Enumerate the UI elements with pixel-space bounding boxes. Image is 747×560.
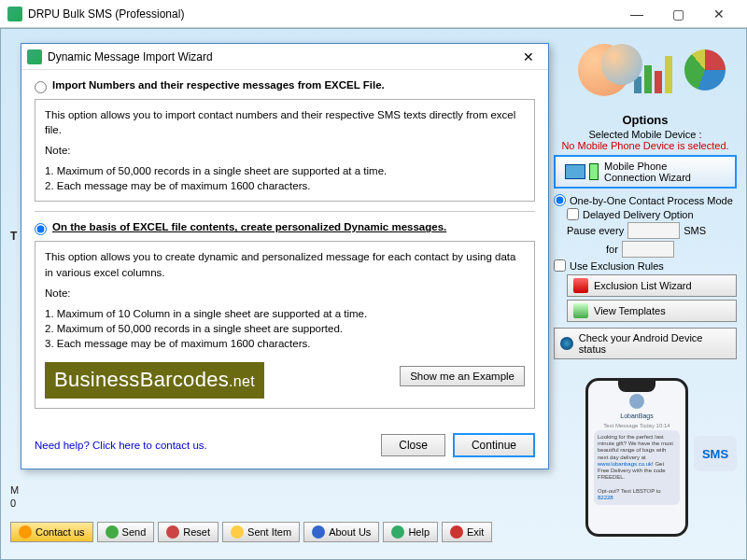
delayed-delivery-checkbox[interactable] xyxy=(567,208,579,220)
option-1-note-1: 1. Maximum of 50,000 records in a single… xyxy=(45,163,525,178)
option-1-head[interactable]: Import Numbers and their respective mess… xyxy=(35,79,535,93)
option-2-radio[interactable] xyxy=(35,223,47,235)
modal-titlebar: Dynamic Message Import Wizard ✕ xyxy=(21,44,548,70)
send-button[interactable]: Send xyxy=(97,522,155,542)
main-titlebar: DRPU Bulk SMS (Professional) — ▢ ✕ xyxy=(0,0,747,28)
help-button[interactable]: Help xyxy=(383,522,438,542)
for-label: for xyxy=(606,244,618,255)
divider xyxy=(35,211,535,212)
show-example-button[interactable]: Show me an Example xyxy=(400,366,525,386)
android-status-button[interactable]: Check your Android Device status xyxy=(554,328,737,359)
process-mode-radio[interactable] xyxy=(554,194,566,206)
option-2-note-2: 2. Maximum of 50,000 records in a single… xyxy=(45,321,525,336)
option-1-box: This option allows you to import contact… xyxy=(35,99,535,202)
bottom-toolbar: Contact us Send Reset Sent Item About Us… xyxy=(10,522,492,542)
left-edge-zero: 0 xyxy=(10,497,16,509)
left-edge-t: T xyxy=(10,230,17,243)
selected-device-label: Selected Mobile Device : xyxy=(554,129,737,140)
help-icon xyxy=(391,525,404,539)
continue-button[interactable]: Continue xyxy=(453,433,535,457)
exit-button[interactable]: Exit xyxy=(442,522,492,542)
exclusion-checkbox[interactable] xyxy=(554,259,566,272)
sent-icon xyxy=(231,525,244,539)
header-graphics xyxy=(578,33,737,107)
option-2-box: This option allows you to create dynamic… xyxy=(35,241,535,408)
process-mode-label: One-by-One Contact Process Mode xyxy=(570,195,733,206)
app-icon xyxy=(7,7,22,21)
view-templates-button[interactable]: View Templates xyxy=(567,300,737,322)
about-icon xyxy=(312,525,325,539)
connection-wizard-icon xyxy=(559,159,604,185)
pause-unit: SMS xyxy=(684,225,706,236)
selected-device-value: No Mobile Phone Device is selected. xyxy=(554,140,737,151)
contact-avatar-icon xyxy=(629,394,644,409)
delayed-delivery-row[interactable]: Delayed Delivery Option xyxy=(554,208,737,220)
modal-footer: Need help? Click here to contact us. Clo… xyxy=(21,426,548,469)
process-mode-row[interactable]: One-by-One Contact Process Mode xyxy=(554,194,737,206)
sent-item-button[interactable]: Sent Item xyxy=(222,522,300,542)
reset-button[interactable]: Reset xyxy=(158,522,218,542)
connection-wizard-button[interactable]: Mobile Phone Connection Wizard xyxy=(554,155,737,189)
option-1-label: Import Numbers and their respective mess… xyxy=(52,79,385,91)
maximize-button[interactable]: ▢ xyxy=(657,1,698,27)
for-row: for xyxy=(554,241,737,258)
about-us-button[interactable]: About Us xyxy=(303,522,379,542)
close-window-button[interactable]: ✕ xyxy=(698,1,740,27)
contact-name: LobanBags xyxy=(588,413,685,419)
help-link[interactable]: Need help? Click here to contact us. xyxy=(35,440,374,451)
pause-count-dropdown[interactable] xyxy=(627,222,680,239)
connection-wizard-label: Mobile Phone Connection Wizard xyxy=(604,161,691,183)
sms-bubble: Looking for the perfect last minute gift… xyxy=(594,430,680,505)
reset-icon xyxy=(166,525,179,539)
option-1-desc: This option allows you to import contact… xyxy=(45,107,525,137)
send-icon xyxy=(106,525,119,539)
option-2-note-3: 3. Each message may be of maximum 1600 c… xyxy=(45,336,525,351)
modal-icon xyxy=(27,49,42,64)
option-2-note-title: Note: xyxy=(45,286,525,301)
phone-preview: LobanBags Text Message Today 10:14 Looki… xyxy=(585,378,688,537)
option-1-group: Import Numbers and their respective mess… xyxy=(35,79,535,202)
option-1-radio[interactable] xyxy=(35,81,47,93)
delayed-delivery-label: Delayed Delivery Option xyxy=(583,209,694,220)
close-button[interactable]: Close xyxy=(381,434,445,456)
exit-icon xyxy=(450,525,463,539)
sms-badge-icon: SMS xyxy=(694,436,737,471)
exclusion-row[interactable]: Use Exclusion Rules xyxy=(554,259,737,272)
contact-us-button[interactable]: Contact us xyxy=(10,522,93,542)
pause-label: Pause every xyxy=(567,225,624,236)
modal-title: Dynamic Message Import Wizard xyxy=(48,50,514,63)
pie-chart-icon xyxy=(684,49,726,91)
option-1-note-title: Note: xyxy=(45,143,525,158)
exclusion-label: Use Exclusion Rules xyxy=(570,260,664,272)
for-duration-dropdown[interactable] xyxy=(622,241,674,258)
message-timestamp: Text Message Today 10:14 xyxy=(588,423,685,428)
exclusion-icon xyxy=(573,278,588,293)
exclusion-wizard-button[interactable]: Exclusion List Wizard xyxy=(567,274,737,297)
option-2-head[interactable]: On the basis of EXCEL file contents, cre… xyxy=(35,221,535,235)
option-1-note-2: 2. Each message may be of maximum 1600 c… xyxy=(45,178,525,193)
option-2-group: On the basis of EXCEL file contents, cre… xyxy=(35,221,535,408)
contact-icon xyxy=(19,525,32,539)
options-title: Options xyxy=(554,113,737,127)
pause-row: Pause every SMS xyxy=(554,222,737,239)
import-wizard-modal: Dynamic Message Import Wizard ✕ Import N… xyxy=(21,43,549,469)
people-icon xyxy=(578,44,630,96)
option-2-label: On the basis of EXCEL file contents, cre… xyxy=(52,221,446,232)
minimize-button[interactable]: — xyxy=(616,1,657,27)
options-panel: Options Selected Mobile Device : No Mobi… xyxy=(554,113,737,359)
watermark: BusinessBarcodes.net xyxy=(45,362,264,399)
gear-icon xyxy=(560,337,573,350)
option-2-desc: This option allows you to create dynamic… xyxy=(45,249,525,279)
left-edge-m: M xyxy=(10,484,19,496)
templates-icon xyxy=(573,303,588,318)
modal-close-button[interactable]: ✕ xyxy=(514,49,543,64)
app-title: DRPU Bulk SMS (Professional) xyxy=(28,7,616,21)
option-2-note-1: 1. Maximum of 10 Column in a single shee… xyxy=(45,306,525,321)
